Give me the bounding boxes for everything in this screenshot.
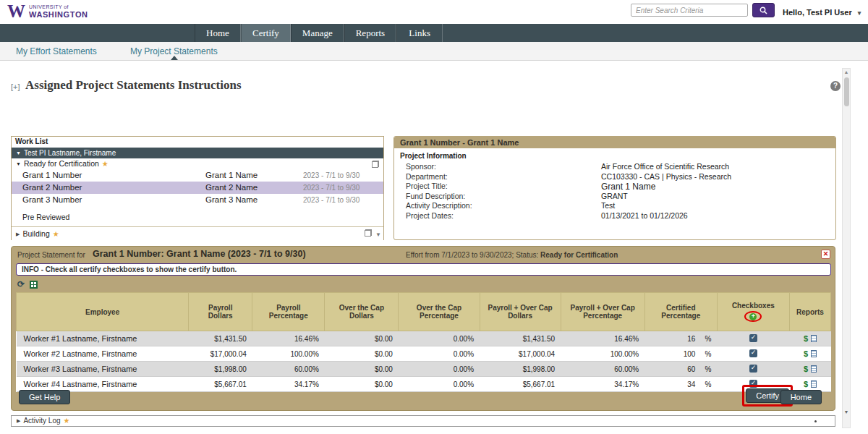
- total-pct-cell: 16.46%: [561, 331, 644, 346]
- grant-period: 2023 - 7/1 to 9/30: [303, 182, 359, 194]
- grant-number: Grant 1 Number: [22, 169, 82, 182]
- work-list-user-header[interactable]: Test PI Lastname, Firstname: [12, 148, 383, 158]
- certified-pct-cell: 16%: [644, 331, 717, 346]
- tab-home[interactable]: Home: [195, 24, 241, 42]
- help-icon[interactable]: ?: [830, 81, 841, 91]
- certify-checkbox[interactable]: [749, 365, 757, 373]
- work-list-grant-row-1[interactable]: Grant 1 Number Grant 1 Name 2023 - 7/1 t…: [12, 169, 383, 182]
- active-subnav-indicator-icon: [171, 56, 178, 60]
- section-building-label: Building: [22, 229, 49, 238]
- work-list-grant-row-2[interactable]: Grant 2 Number Grant 2 Name 2023 - 7/1 t…: [12, 182, 383, 194]
- col-payroll-over-cap-percentage: Payroll + Over Cap Percentage: [561, 293, 644, 331]
- statement-report-icon[interactable]: [811, 335, 817, 342]
- work-list-item-pre-reviewed[interactable]: Pre Reviewed: [12, 213, 383, 221]
- certify-checkbox[interactable]: [749, 349, 757, 357]
- field-label: Project Dates:: [406, 211, 454, 220]
- payroll-dollars-cell: $5,667.01: [189, 377, 252, 392]
- certified-pct-cell: 60%: [644, 362, 717, 377]
- status-value: Ready for Certification: [540, 251, 618, 259]
- payroll-dollars-cell: $1,998.00: [189, 362, 252, 377]
- subnav-my-effort-statements[interactable]: My Effort Statements: [16, 46, 97, 56]
- close-icon[interactable]: [821, 250, 830, 259]
- project-info-row: Department: CC103330 - CAS | Physics - R…: [394, 172, 835, 182]
- project-info-row: Project Title: Grant 1 Name: [394, 182, 835, 192]
- uw-logo[interactable]: W UNIVERSITY of WASHINGTON: [7, 2, 88, 21]
- instructions-expander[interactable]: [+]: [11, 82, 20, 91]
- percent-sign: %: [705, 350, 711, 358]
- certify-checkbox[interactable]: [749, 334, 757, 342]
- field-value: CC103330 - CAS | Physics - Research: [601, 172, 731, 181]
- work-list-grant-row-3[interactable]: Grant 3 Number Grant 3 Name 2023 - 7/1 t…: [12, 194, 383, 206]
- payroll-pct-cell: 34.17%: [252, 377, 325, 392]
- total-pct-cell: 60.00%: [561, 362, 644, 377]
- chevron-down-icon: [16, 149, 24, 157]
- search-input[interactable]: [631, 4, 748, 17]
- statement-report-icon[interactable]: [811, 380, 817, 388]
- tab-links[interactable]: Links: [396, 24, 443, 42]
- tab-reports[interactable]: Reports: [344, 24, 396, 42]
- statement-report-icon[interactable]: [811, 365, 817, 373]
- search-icon: [760, 7, 767, 14]
- payroll-report-icon[interactable]: $: [804, 334, 808, 343]
- subnav-my-project-statements[interactable]: My Project Statements: [130, 46, 218, 56]
- col-checkboxes: Checkboxes: [717, 293, 789, 331]
- project-info-section-label: Project Information: [400, 152, 835, 160]
- col-over-cap-dollars: Over the Cap Dollars: [325, 293, 399, 331]
- statement-status-line: Effort from 7/1/2023 to 9/30/2023; Statu…: [406, 251, 618, 259]
- scroll-down-arrow-icon[interactable]: [375, 231, 381, 238]
- payroll-pct-cell: 60.00%: [252, 362, 325, 377]
- home-button[interactable]: Home: [780, 390, 822, 404]
- work-list-user-name: Test PI Lastname, Firstname: [24, 149, 116, 157]
- grant-period: 2023 - 7/1 to 9/30: [303, 169, 359, 182]
- over-cap-pct-cell: 0.00%: [399, 362, 480, 377]
- dot-marker: [814, 420, 817, 422]
- grant-period: 2023 - 7/1 to 9/30: [303, 194, 359, 206]
- top-header: W UNIVERSITY of WASHINGTON Hello, Test P…: [0, 0, 868, 24]
- total-dollars-cell: $1,431.50: [480, 331, 561, 346]
- payroll-dollars-cell: $1,431.50: [189, 331, 252, 346]
- grant-name: Grant 3 Name: [205, 194, 258, 206]
- tab-certify[interactable]: Certify: [241, 24, 291, 42]
- statement-report-icon[interactable]: [811, 350, 817, 357]
- check-all-plus-icon[interactable]: [749, 313, 757, 320]
- payroll-report-icon[interactable]: $: [804, 380, 808, 388]
- col-payroll-over-cap-dollars: Payroll + Over Cap Dollars: [480, 293, 561, 331]
- project-info-panel: Grant 1 Number - Grant 1 Name Project In…: [393, 136, 836, 240]
- payroll-report-icon[interactable]: $: [804, 365, 808, 373]
- scrollbar-thumb[interactable]: [844, 77, 849, 106]
- user-menu[interactable]: Hello, Test PI User: [783, 8, 861, 17]
- effort-period: Effort from 7/1/2023 to 9/30/2023;: [406, 251, 514, 259]
- status-label: Status:: [516, 251, 538, 259]
- export-grid-icon[interactable]: [30, 281, 38, 289]
- refresh-icon[interactable]: [17, 280, 25, 289]
- uw-wordmark: UNIVERSITY of WASHINGTON: [29, 4, 88, 19]
- payroll-report-icon[interactable]: $: [804, 349, 808, 358]
- vertical-scrollbar[interactable]: [842, 68, 851, 428]
- field-value: Test: [601, 201, 615, 210]
- col-employee: Employee: [17, 293, 189, 331]
- col-payroll-percentage: Payroll Percentage: [252, 293, 325, 331]
- certified-value: 16: [687, 335, 695, 343]
- page-title: Assigned Project Statements Instructions: [25, 78, 242, 93]
- tab-manage[interactable]: Manage: [291, 24, 344, 42]
- get-help-button[interactable]: Get Help: [19, 390, 70, 404]
- sub-nav: My Effort Statements My Project Statemen…: [0, 42, 868, 61]
- col-reports: Reports: [789, 293, 830, 331]
- search-button[interactable]: [752, 3, 775, 17]
- total-dollars-cell: $17,000.04: [480, 346, 561, 362]
- scroll-up-arrow-icon[interactable]: [843, 69, 850, 75]
- copy-icon[interactable]: [372, 161, 379, 168]
- work-list-panel: Work List Test PI Lastname, Firstname Re…: [11, 136, 384, 240]
- star-icon: [99, 159, 109, 168]
- project-info-title: Grant 1 Number - Grant 1 Name: [394, 137, 835, 148]
- activity-log-toggle[interactable]: Activity Log: [11, 415, 835, 427]
- work-list-section-ready[interactable]: Ready for Certification: [12, 158, 383, 169]
- total-pct-cell: 34.17%: [561, 377, 644, 392]
- copy-icon[interactable]: [365, 229, 372, 237]
- project-statement-panel: Project Statement for Grant 1 Number: Gr…: [11, 246, 835, 411]
- scroll-down-arrow-icon[interactable]: [843, 409, 850, 414]
- project-info-row: Sponsor: Air Force Office of Scientific …: [394, 162, 835, 172]
- work-list-section-building[interactable]: Building: [12, 226, 383, 240]
- certified-pct-cell: 34%: [644, 377, 717, 392]
- field-label: Department:: [406, 172, 448, 181]
